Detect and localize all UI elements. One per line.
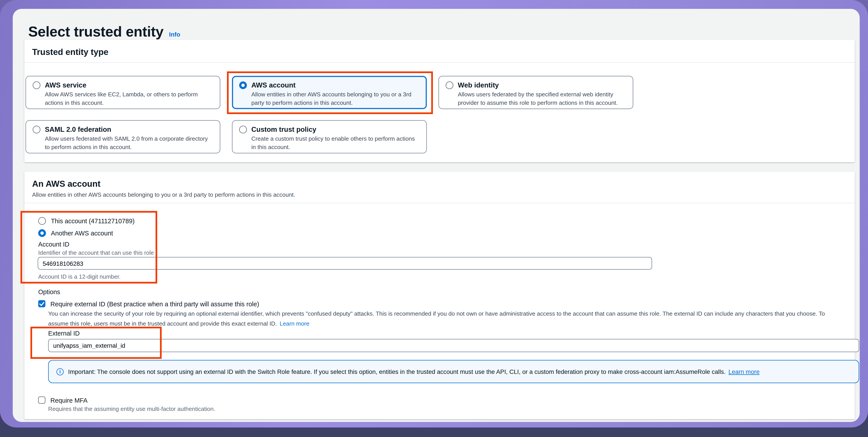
tile-saml-federation[interactable]: SAML 2.0 federation Allow users federate… (26, 120, 220, 154)
require-mfa-label: Require MFA (51, 397, 88, 403)
tile-aws-account[interactable]: AWS account Allow entities in other AWS … (232, 76, 427, 109)
info-icon: i (57, 368, 64, 375)
require-external-id-description: You can increase the security of your ro… (48, 309, 846, 329)
page-header: Select trusted entity Info (28, 23, 180, 40)
account-id-description: Identifier of the account that can use t… (38, 249, 154, 256)
screenshot-stage: Select trusted entity Info Trusted entit… (0, 0, 868, 437)
tile-title: SAML 2.0 federation (45, 126, 112, 133)
radio-aws-account[interactable] (239, 82, 247, 89)
tile-title: AWS service (45, 82, 87, 89)
info-link[interactable]: Info (169, 31, 180, 38)
require-mfa-option[interactable]: Require MFA (38, 397, 88, 404)
trusted-entity-type-heading: Trusted entity type (32, 47, 846, 57)
panel-header: An AWS account Allow entities in other A… (24, 171, 855, 203)
aws-account-subtitle: Allow entities in other AWS accounts bel… (32, 191, 846, 198)
tile-description: Create a custom trust policy to enable o… (251, 135, 420, 151)
this-account-option[interactable]: This account (471112710789) (38, 217, 135, 225)
radio-another-account[interactable] (38, 229, 46, 237)
page-title: Select trusted entity (28, 23, 164, 40)
trusted-entity-tiles: AWS service Allow AWS services like EC2,… (26, 76, 633, 154)
tile-description: Allow users federated with SAML 2.0 from… (45, 135, 213, 151)
account-id-helper: Account ID is a 12-digit number. (38, 273, 121, 280)
radio-web-identity[interactable] (446, 82, 454, 89)
tile-title: Custom trust policy (251, 126, 316, 133)
tile-description: Allow AWS services like EC2, Lambda, or … (45, 90, 213, 106)
external-id-label: External ID (48, 330, 80, 337)
this-account-label: This account (471112710789) (51, 218, 135, 224)
tile-description: Allows users federated by the specified … (458, 90, 626, 106)
external-id-input[interactable] (48, 339, 859, 352)
checkbox-require-external-id[interactable] (38, 300, 45, 307)
radio-this-account[interactable] (38, 217, 46, 225)
another-account-label: Another AWS account (51, 230, 113, 237)
options-heading: Options (38, 289, 60, 295)
external-id-learn-more-link[interactable]: Learn more (280, 320, 309, 327)
alert-learn-more-link[interactable]: Learn more (728, 368, 760, 375)
tile-description: Allow entities in other AWS accounts bel… (251, 90, 420, 106)
panel-header: Trusted entity type (24, 40, 855, 63)
check-icon (39, 302, 44, 306)
tile-title: Web identity (458, 82, 499, 89)
account-id-label: Account ID (38, 241, 69, 248)
aws-account-heading: An AWS account (32, 179, 846, 189)
another-account-option[interactable]: Another AWS account (38, 229, 113, 237)
radio-aws-service[interactable] (33, 82, 40, 89)
checkbox-require-mfa[interactable] (38, 397, 45, 404)
external-id-alert: i Important: The console does not suppor… (48, 360, 859, 383)
trusted-entity-type-panel: Trusted entity type AWS service Allow AW… (24, 40, 855, 162)
alert-text: Important: The console does not support … (68, 368, 760, 375)
radio-custom-trust-policy[interactable] (239, 126, 247, 133)
page-card: Select trusted entity Info Trusted entit… (13, 9, 860, 422)
radio-saml-federation[interactable] (33, 126, 40, 133)
require-external-id-option[interactable]: Require external ID (Best practice when … (38, 300, 259, 307)
tile-aws-service[interactable]: AWS service Allow AWS services like EC2,… (26, 76, 220, 109)
account-id-input[interactable] (38, 257, 652, 270)
tile-web-identity[interactable]: Web identity Allows users federated by t… (438, 76, 633, 109)
tile-title: AWS account (251, 82, 296, 89)
require-external-id-label: Require external ID (Best practice when … (51, 300, 259, 307)
tile-custom-trust-policy[interactable]: Custom trust policy Create a custom trus… (232, 120, 427, 154)
require-mfa-description: Requires that the assuming entity use mu… (48, 405, 215, 412)
